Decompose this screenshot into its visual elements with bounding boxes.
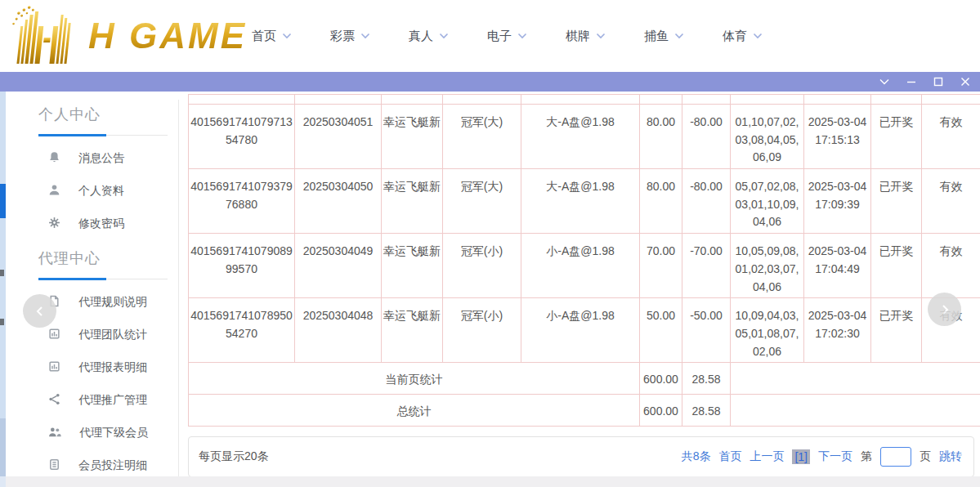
sidebar-item-label: 修改密码 bbox=[78, 217, 124, 231]
nav-item-label: 捕鱼 bbox=[644, 29, 669, 44]
window-titlebar bbox=[0, 72, 980, 92]
nav-item-sports[interactable]: 体育 bbox=[723, 29, 763, 44]
brand-logo[interactable]: H GAME bbox=[8, 5, 247, 67]
cell-game: 幸运飞艇新 bbox=[382, 169, 443, 234]
page-jump-input[interactable] bbox=[880, 447, 911, 467]
table-cell bbox=[804, 95, 871, 105]
sidebar-item[interactable]: 代理推广管理 bbox=[38, 384, 178, 417]
current-page-badge: [1] bbox=[792, 449, 810, 464]
cell-game: 幸运飞艇新 bbox=[382, 105, 443, 169]
next-page-link[interactable]: 下一页 bbox=[818, 449, 852, 464]
cell-period: 20250304050 bbox=[295, 169, 382, 234]
main-nav: 首页彩票真人电子棋牌捕鱼体育 bbox=[252, 0, 763, 72]
sidebar-item[interactable]: 消息公告 bbox=[38, 142, 178, 175]
cell-bet_type: 冠军(小) bbox=[443, 298, 521, 363]
table-cell bbox=[189, 95, 295, 105]
agent-center-modal: 个人中心消息公告个人资料修改密码代理中心代理规则说明代理团队统计代理报表明细代理… bbox=[6, 92, 980, 476]
bottom-strip bbox=[0, 476, 980, 487]
list-icon bbox=[48, 458, 60, 474]
cell-profit: -70.00 bbox=[682, 234, 731, 298]
sidebar-item[interactable]: 个人资料 bbox=[38, 175, 178, 208]
chevron-right-icon bbox=[939, 304, 951, 315]
sidebar-item[interactable]: 修改密码 bbox=[38, 208, 178, 240]
table-row-partial bbox=[189, 95, 980, 105]
cell-valid: 有效 bbox=[922, 234, 980, 298]
sidebar-item[interactable]: 代理下级会员 bbox=[38, 417, 178, 449]
nav-item-slots[interactable]: 电子 bbox=[487, 29, 527, 44]
summary-empty bbox=[731, 363, 980, 395]
cell-time: 2025-03-04 17:15:13 bbox=[804, 105, 871, 169]
sidebar-list: 代理规则说明代理团队统计代理报表明细代理推广管理代理下级会员会员投注明细 bbox=[38, 286, 178, 482]
cell-content: 大-A盘@1.98 bbox=[521, 169, 640, 234]
chevron-left-icon bbox=[34, 306, 46, 317]
cell-content: 小-A盘@1.98 bbox=[521, 298, 640, 363]
sidebar-item-label: 代理团队统计 bbox=[78, 328, 147, 342]
section-underline-accent bbox=[38, 134, 106, 136]
cell-time: 2025-03-04 17:09:39 bbox=[804, 169, 871, 234]
sidebar-item-label: 代理规则说明 bbox=[78, 295, 147, 310]
nav-item-live[interactable]: 真人 bbox=[409, 29, 449, 44]
bet-records-table: 40156917410797135478020250304051幸运飞艇新冠军(… bbox=[188, 94, 980, 427]
summary-profit: 28.58 bbox=[682, 363, 731, 395]
cell-period: 20250304048 bbox=[295, 298, 382, 363]
cell-amount: 80.00 bbox=[640, 105, 682, 169]
chevron-down-icon bbox=[360, 33, 370, 39]
cell-time: 2025-03-04 17:04:49 bbox=[804, 234, 871, 298]
cell-amount: 80.00 bbox=[640, 169, 682, 234]
cell-time: 2025-03-04 17:02:30 bbox=[804, 298, 871, 363]
nav-item-cards[interactable]: 棋牌 bbox=[566, 29, 606, 44]
sidebar-item-label: 个人资料 bbox=[78, 184, 124, 199]
nav-item-label: 体育 bbox=[723, 29, 747, 44]
sidebar-item-label: 代理下级会员 bbox=[79, 426, 148, 440]
page-summary-row: 当前页统计600.0028.58 bbox=[189, 363, 980, 395]
table-row: 40156917410793797688020250304050幸运飞艇新冠军(… bbox=[189, 169, 980, 234]
nav-item-label: 真人 bbox=[409, 29, 433, 44]
background-steel-block bbox=[0, 418, 6, 476]
scroll-right-button[interactable] bbox=[928, 293, 961, 326]
sidebar-item-label: 代理报表明细 bbox=[78, 360, 147, 375]
cell-bet_type: 冠军(大) bbox=[443, 169, 521, 234]
cell-amount: 50.00 bbox=[640, 298, 682, 363]
chevron-down-button[interactable] bbox=[878, 75, 891, 88]
minimize-button[interactable] bbox=[905, 75, 918, 88]
cell-profit: -50.00 bbox=[682, 298, 731, 363]
sidebar-section-title: 代理中心 bbox=[38, 248, 178, 268]
close-button[interactable] bbox=[959, 75, 972, 88]
logo-text: H GAME bbox=[88, 16, 247, 56]
sidebar-item[interactable]: 代理报表明细 bbox=[38, 351, 178, 384]
prev-page-link[interactable]: 上一页 bbox=[750, 449, 784, 464]
cell-profit: -80.00 bbox=[682, 169, 731, 234]
top-header: H GAME 首页彩票真人电子棋牌捕鱼体育 bbox=[0, 0, 980, 72]
cell-bet_type: 冠军(小) bbox=[443, 234, 521, 298]
sidebar: 个人中心消息公告个人资料修改密码代理中心代理规则说明代理团队统计代理报表明细代理… bbox=[6, 92, 178, 476]
sidebar-collapse-button[interactable] bbox=[23, 294, 56, 328]
background-blue-block bbox=[0, 184, 6, 218]
table-cell bbox=[731, 95, 804, 105]
sidebar-item[interactable]: 代理团队统计 bbox=[38, 319, 178, 351]
bell-icon bbox=[48, 151, 60, 167]
sidebar-item-label: 会员投注明细 bbox=[78, 458, 147, 473]
total-summary-row: 总统计600.0028.58 bbox=[189, 395, 980, 427]
cell-period: 20250304051 bbox=[295, 105, 382, 169]
nav-item-lottery[interactable]: 彩票 bbox=[330, 29, 370, 44]
nav-item-fishing[interactable]: 捕鱼 bbox=[644, 29, 684, 44]
table-cell bbox=[521, 95, 640, 105]
background-mark bbox=[0, 319, 4, 325]
cell-status: 已开奖 bbox=[871, 169, 922, 234]
table-cell bbox=[640, 95, 682, 105]
nav-item-home[interactable]: 首页 bbox=[252, 29, 292, 44]
cell-result: 05,07,02,08,03,01,10,09,04,06 bbox=[731, 169, 804, 234]
background-mark bbox=[0, 270, 4, 276]
sidebar-item[interactable]: 代理规则说明 bbox=[38, 286, 178, 319]
cell-order_id: 401569174107908999570 bbox=[189, 234, 295, 298]
maximize-button[interactable] bbox=[932, 75, 945, 88]
table-row: 40156917410797135478020250304051幸运飞艇新冠军(… bbox=[189, 105, 980, 169]
cell-content: 大-A盘@1.98 bbox=[521, 105, 640, 169]
table-row: 40156917410790899957020250304049幸运飞艇新冠军(… bbox=[189, 234, 980, 298]
cell-status: 已开奖 bbox=[871, 105, 922, 169]
cell-status: 已开奖 bbox=[871, 234, 922, 298]
first-page-link[interactable]: 首页 bbox=[718, 449, 741, 464]
jump-button[interactable]: 跳转 bbox=[939, 449, 962, 464]
table-cell bbox=[382, 95, 443, 105]
cell-status: 已开奖 bbox=[871, 298, 922, 363]
